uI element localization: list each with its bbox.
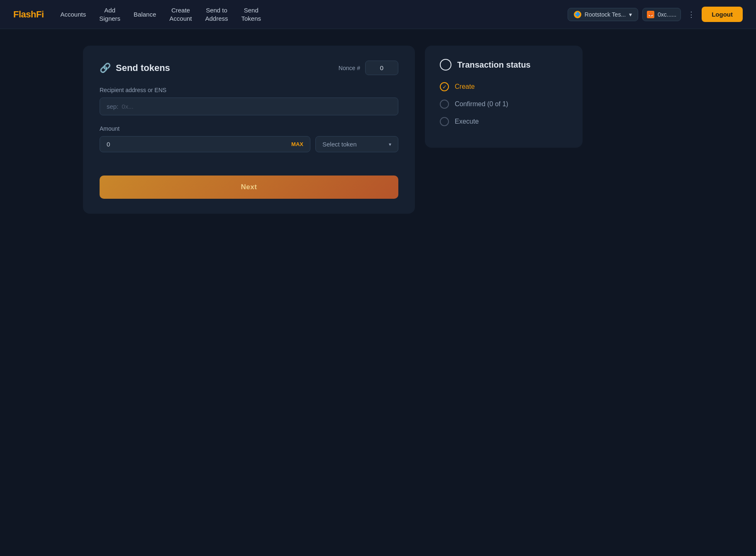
send-tokens-title: Send tokens — [116, 63, 170, 73]
app-logo: FlashFi — [13, 9, 44, 20]
wallet-address: 0xc...... — [658, 11, 676, 18]
amount-group: Amount MAX Select token ▾ — [100, 125, 398, 152]
max-button[interactable]: MAX — [291, 141, 303, 147]
nav-add-signers[interactable]: Add Signers — [99, 6, 120, 22]
chain-icon: 🔗 — [100, 63, 111, 73]
recipient-address-input[interactable] — [122, 103, 391, 110]
confirmed-circle — [440, 100, 449, 109]
address-input-wrapper: sep: — [100, 98, 398, 115]
amount-input-wrapper: MAX — [100, 136, 310, 152]
wallet-icon: 🦊 — [647, 11, 654, 18]
main-content: 🔗 Send tokens Nonce # Recipient address … — [0, 29, 756, 230]
network-selector[interactable]: 🔷 Rootstock Tes... ▾ — [568, 8, 638, 21]
nonce-section: Nonce # — [339, 61, 398, 75]
status-header: Transaction status — [440, 59, 568, 71]
nav-balance[interactable]: Balance — [134, 10, 156, 19]
nav-right: 🔷 Rootstock Tes... ▾ 🦊 0xc...... ⋮ Logou… — [568, 7, 743, 22]
network-label: Rootstock Tes... — [585, 11, 626, 18]
nav-accounts[interactable]: Accounts — [61, 10, 86, 19]
card-title: 🔗 Send tokens — [100, 63, 170, 73]
chevron-down-icon: ▾ — [389, 141, 391, 147]
wallet-selector[interactable]: 🦊 0xc...... — [642, 8, 681, 21]
card-header: 🔗 Send tokens Nonce # — [100, 61, 398, 75]
token-select-label: Select token — [322, 141, 357, 148]
address-prefix: sep: — [107, 103, 118, 110]
confirmed-label: Confirmed (0 of 1) — [455, 100, 508, 108]
token-select-dropdown[interactable]: Select token ▾ — [315, 136, 398, 152]
network-icon: 🔷 — [574, 11, 581, 18]
status-header-circle — [440, 59, 451, 71]
send-tokens-card: 🔗 Send tokens Nonce # Recipient address … — [83, 46, 415, 214]
amount-row: MAX Select token ▾ — [100, 136, 398, 152]
transaction-status-card: Transaction status ✓ Create Confirmed (0… — [425, 46, 583, 148]
status-confirmed: Confirmed (0 of 1) — [440, 100, 568, 109]
execute-label: Execute — [455, 118, 479, 125]
execute-circle — [440, 117, 449, 126]
more-options-button[interactable]: ⋮ — [685, 8, 697, 21]
navbar: FlashFi Accounts Add Signers Balance Cre… — [0, 0, 756, 29]
status-create: ✓ Create — [440, 82, 568, 91]
create-label: Create — [455, 83, 475, 90]
status-title: Transaction status — [457, 60, 531, 70]
recipient-group: Recipient address or ENS sep: — [100, 87, 398, 115]
create-check-icon: ✓ — [442, 84, 447, 90]
nonce-label: Nonce # — [339, 65, 360, 71]
nav-send-to-address[interactable]: Send to Address — [205, 6, 228, 22]
create-circle: ✓ — [440, 82, 449, 91]
amount-input[interactable] — [107, 141, 288, 148]
nav-links: Accounts Add Signers Balance Create Acco… — [61, 6, 551, 22]
network-chevron-icon: ▾ — [629, 11, 632, 18]
nav-create-account[interactable]: Create Account — [169, 6, 192, 22]
amount-label: Amount — [100, 125, 398, 132]
recipient-label: Recipient address or ENS — [100, 87, 398, 93]
logout-button[interactable]: Logout — [702, 7, 743, 22]
nonce-input[interactable] — [365, 61, 398, 75]
nav-send-tokens[interactable]: Send Tokens — [241, 6, 261, 22]
status-execute: Execute — [440, 117, 568, 126]
next-button[interactable]: Next — [100, 176, 398, 199]
